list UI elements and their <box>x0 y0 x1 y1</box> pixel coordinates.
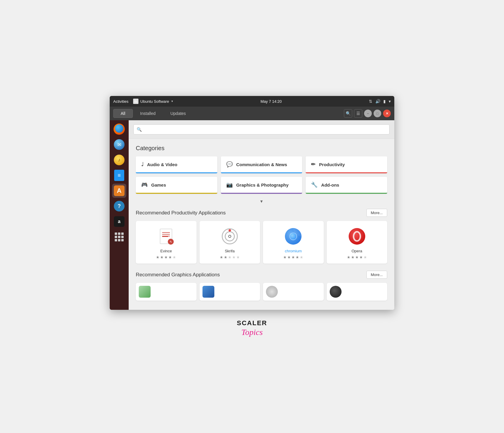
system-bar: Activities 🛍 Ubuntu Software ▼ May 7 14:… <box>110 96 394 107</box>
rhythmbox-icon: ♪ <box>114 155 125 165</box>
time-display: May 7 14:20 <box>261 99 282 104</box>
watermark: SCALER Topics <box>237 319 267 337</box>
opera-stars: ★ ★ ★ ★ ★ <box>347 255 367 259</box>
star-4: ★ <box>168 255 172 259</box>
app-title-dropdown[interactable]: ▼ <box>171 100 173 103</box>
productivity-section-title: Recommended Productivity Applications <box>136 210 226 216</box>
star-2: ★ <box>287 255 291 259</box>
app-title-text: Ubuntu Software <box>140 99 169 104</box>
graphics-section-title: Recommended Graphics Applications <box>136 272 220 278</box>
tab-all[interactable]: All <box>113 109 133 118</box>
evince-icon: ✎ <box>158 228 174 245</box>
category-audio-video[interactable]: ♩ Audio & Video <box>136 156 217 173</box>
opera-name: Opera <box>352 249 362 253</box>
search-button[interactable]: 🔍 <box>344 109 352 118</box>
software-title-icon: 🛍 <box>133 99 138 104</box>
content-scroll: Categories ♩ Audio & Video 💬 Communicati… <box>129 139 394 307</box>
firefox-icon <box>114 124 125 135</box>
app-card-evince[interactable]: ✎ Evince ★ ★ ★ ★ ★ <box>136 221 197 264</box>
category-addons[interactable]: 🔧 Add-ons <box>306 177 387 194</box>
writer-icon: ≡ <box>114 170 124 181</box>
graphics-more-button[interactable]: More... <box>366 271 387 279</box>
apps-grid-icon <box>114 232 125 242</box>
star-1: ★ <box>156 255 160 259</box>
star-5: ★ <box>363 255 367 259</box>
productivity-apps-grid: ✎ Evince ★ ★ ★ ★ ★ <box>136 221 387 264</box>
star-1: ★ <box>220 255 223 259</box>
main-area: ✉ ♪ ≡ A <box>110 120 394 310</box>
amazon-icon: a <box>114 216 125 227</box>
sidebar-item-rhythmbox[interactable]: ♪ <box>112 153 126 167</box>
sidebar-item-firefox[interactable] <box>112 122 126 136</box>
sidebar-item-writer[interactable]: ≡ <box>112 168 126 182</box>
search-bar-icon: 🔍 <box>137 127 142 132</box>
watermark-topics: Topics <box>241 328 263 337</box>
window-chrome: All Installed Updates 🔍 ☰ – □ ✕ <box>110 107 394 120</box>
app-card-opera[interactable]: Opera ★ ★ ★ ★ ★ <box>327 221 387 264</box>
addons-label: Add-ons <box>321 182 339 187</box>
hamburger-button[interactable]: ☰ <box>354 109 362 118</box>
star-3: ★ <box>355 255 359 259</box>
sidebar-item-help[interactable]: ? <box>112 199 126 213</box>
sidebar-item-software[interactable]: A <box>112 184 126 198</box>
sidebar-item-thunderbird[interactable]: ✉ <box>112 137 126 152</box>
graphics-icon-1 <box>139 286 151 298</box>
graphics-label: Graphics & Photography <box>236 182 289 187</box>
category-games[interactable]: 🎮 Games <box>136 177 217 194</box>
games-icon: 🎮 <box>141 182 148 188</box>
productivity-section-header: Recommended Productivity Applications Mo… <box>136 209 387 217</box>
graphics-app-3[interactable] <box>263 283 324 301</box>
network-icon: ⇅ <box>369 99 372 104</box>
tab-installed[interactable]: Installed <box>133 109 163 118</box>
graphics-icon-4 <box>330 286 342 298</box>
audio-video-label: Audio & Video <box>147 162 177 167</box>
star-5: ★ <box>236 255 240 259</box>
categories-grid: ♩ Audio & Video 💬 Communication & News ✏… <box>136 156 387 194</box>
graphics-app-4[interactable] <box>327 283 387 301</box>
games-label: Games <box>151 182 166 187</box>
software-center-icon: A <box>114 185 125 196</box>
battery-icon: ▮ <box>383 99 386 104</box>
help-icon: ? <box>114 201 125 211</box>
star-2: ★ <box>351 255 355 259</box>
minimize-button[interactable]: – <box>364 110 372 117</box>
category-graphics[interactable]: 📷 Graphics & Photography <box>221 177 302 194</box>
search-bar-container: 🔍 <box>129 120 394 139</box>
power-icon[interactable]: ▾ <box>389 99 391 104</box>
star-2: ★ <box>224 255 227 259</box>
activities-label[interactable]: Activities <box>113 99 128 104</box>
categories-heading: Categories <box>136 145 387 152</box>
star-5: ★ <box>300 255 303 259</box>
category-productivity[interactable]: ✏ Productivity <box>306 156 387 173</box>
opera-icon <box>349 228 365 245</box>
graphics-app-1[interactable] <box>136 283 197 301</box>
star-4: ★ <box>359 255 363 259</box>
search-bar[interactable]: 🔍 <box>133 124 390 134</box>
chromium-name: chromium <box>285 249 302 253</box>
volume-icon: 🔊 <box>375 99 380 104</box>
star-2: ★ <box>160 255 164 259</box>
graphics-app-2[interactable] <box>200 283 260 301</box>
graphics-icon: 📷 <box>226 182 233 188</box>
sidebar-item-grid[interactable] <box>112 230 126 244</box>
star-5: ★ <box>173 255 176 259</box>
star-3: ★ <box>228 255 232 259</box>
evince-icon-container: ✎ <box>157 227 176 246</box>
tab-updates[interactable]: Updates <box>163 109 193 118</box>
opera-icon-container <box>347 227 366 246</box>
skrifa-icon <box>221 228 238 245</box>
expand-row: ▾ <box>136 197 387 209</box>
category-communication[interactable]: 💬 Communication & News <box>221 156 302 173</box>
audio-video-icon: ♩ <box>141 161 143 168</box>
skrifa-stars: ★ ★ ★ ★ ★ <box>220 255 240 259</box>
productivity-more-button[interactable]: More... <box>366 209 387 217</box>
expand-categories-button[interactable]: ▾ <box>260 198 263 204</box>
maximize-button[interactable]: □ <box>374 110 381 117</box>
chromium-stars: ★ ★ ★ ★ ★ <box>283 255 303 259</box>
app-card-skrifa[interactable]: Skrifa ★ ★ ★ ★ ★ <box>200 221 260 264</box>
app-card-chromium[interactable]: chromium ★ ★ ★ ★ ★ <box>263 221 324 264</box>
skrifa-icon-container <box>220 227 239 246</box>
addons-icon: 🔧 <box>311 182 318 188</box>
close-button[interactable]: ✕ <box>383 110 391 117</box>
sidebar-item-amazon[interactable]: a <box>112 214 126 229</box>
